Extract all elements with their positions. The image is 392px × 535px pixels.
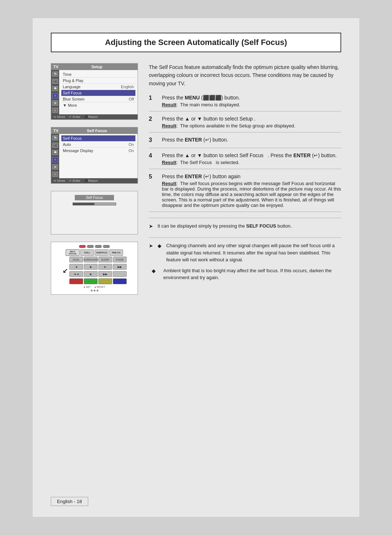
menu-item-time: Time bbox=[61, 72, 135, 78]
remote-p3-btn[interactable]: ▶▶ bbox=[98, 271, 112, 277]
tv2-icon-more: ≡ bbox=[52, 172, 58, 177]
remote-top-row bbox=[79, 245, 110, 248]
step-2-result-text: The options available in the Setup group… bbox=[180, 123, 295, 128]
step-2-main: Press the ▲ or ▼ button to select Setup … bbox=[162, 116, 341, 122]
tv-label-2: TV bbox=[53, 128, 58, 133]
remote-btn-gray-3[interactable] bbox=[103, 245, 110, 248]
remote-d1-btn[interactable]: ◄ bbox=[69, 264, 83, 270]
step-4-result-label: Result bbox=[162, 160, 176, 165]
step-4-main: Press the ▲ or ▼ button to select Self F… bbox=[162, 152, 341, 158]
self-focus-progress-bar bbox=[73, 203, 116, 205]
note-text-1: It can be displayed simply by pressing t… bbox=[158, 222, 292, 230]
menu-name-1: Setup bbox=[58, 65, 135, 69]
remote-color-r[interactable] bbox=[69, 278, 83, 284]
remote-d4-btn[interactable]: ▶▶ bbox=[113, 264, 127, 270]
step-list: 1 Press the MENU (⬛⬛⬛) button. Result: T… bbox=[149, 95, 341, 212]
step-3-number: 3 bbox=[149, 137, 156, 144]
step-2: 2 Press the ▲ or ▼ button to select Setu… bbox=[149, 116, 341, 132]
step-3-content: Press the ENTER (↵) button. bbox=[162, 137, 341, 144]
remote-prech-btn[interactable]: PRE-CH bbox=[109, 249, 123, 256]
tv-icon-lang: 💬 bbox=[52, 86, 58, 91]
remote-d2-btn[interactable]: ■ bbox=[84, 264, 98, 270]
step-5-result-label: Result bbox=[162, 181, 176, 186]
step-2-content: Press the ▲ or ▼ button to select Setup … bbox=[162, 116, 341, 128]
bullet-notes: ➤ ◆ Changing channels and any other sign… bbox=[149, 237, 341, 281]
tv-menu-box-2: TV Self Focus 📡 🔌 💬 ⊙ ▦ ≡ Self Focus bbox=[51, 127, 138, 184]
tv2-icon-lang: 💬 bbox=[52, 150, 58, 155]
remote-still-btn[interactable]: STILL bbox=[80, 249, 94, 256]
step-2-number: 2 bbox=[149, 116, 156, 128]
tv-menu-box-1: TV Setup 📡 🔌 💬 ⊙ ▦ ≡ Time bbox=[51, 63, 138, 120]
step-3-main: Press the ENTER (↵) button. bbox=[162, 137, 341, 143]
page: Adjusting the Screen Automatically (Self… bbox=[33, 18, 359, 517]
menu-item-plug-label: Plug & Play bbox=[63, 78, 83, 83]
remote-p4-btn[interactable] bbox=[113, 271, 127, 277]
menu-item-plug: Plug & Play bbox=[61, 78, 135, 84]
menu2-auto-label: Auto bbox=[63, 142, 71, 147]
step-1-main: Press the MENU (⬛⬛⬛) button. bbox=[162, 95, 341, 101]
remote-subtitle-btn[interactable]: SUBTITLE bbox=[95, 249, 109, 256]
menu2-item-auto: Auto On bbox=[61, 142, 135, 148]
menu-name-2: Self Focus bbox=[58, 128, 135, 133]
note-text-2: Changing channels and any other signal c… bbox=[166, 242, 341, 264]
remote-d3-btn[interactable]: ► bbox=[98, 264, 112, 270]
footer-move-2: ⇔ Move bbox=[53, 179, 65, 183]
menu2-item-self-focus: Self Focus bbox=[61, 135, 135, 142]
remote-sleep-btn[interactable]: SLEEP bbox=[98, 257, 112, 262]
step-1: 1 Press the MENU (⬛⬛⬛) button. Result: T… bbox=[149, 95, 341, 111]
remote-nav-row-3: ◄◄ ■ ▶▶ bbox=[69, 271, 127, 277]
remote-dots bbox=[91, 290, 98, 291]
step-5-result: Result: The self focus process begins wi… bbox=[162, 181, 341, 208]
remote-btn-red[interactable] bbox=[79, 245, 86, 248]
step-4-number: 4 bbox=[149, 152, 156, 165]
remote-psize-btn[interactable]: P.SIZE bbox=[113, 257, 127, 262]
remote-arrow-area: ↙ DUAL SURROUND SLEEP P.SIZE ◄ ■ ► ▶▶ bbox=[62, 257, 127, 285]
menu-item-lang: Language English bbox=[61, 84, 135, 90]
remote-self-focus-btn[interactable]: SELF FOCUS bbox=[66, 249, 79, 256]
content-area: TV Setup 📡 🔌 💬 ⊙ ▦ ≡ Time bbox=[51, 63, 341, 295]
menu-item-lang-label: Language bbox=[63, 85, 81, 89]
menu2-message-value: On bbox=[128, 148, 134, 153]
step-1-content: Press the MENU (⬛⬛⬛) button. Result: The… bbox=[162, 95, 341, 107]
tv-menu-titlebar-1: TV Setup bbox=[51, 64, 138, 70]
remote-p2-btn[interactable]: ■ bbox=[84, 271, 98, 277]
remote-dual-btn[interactable]: DUAL bbox=[69, 257, 83, 262]
remote-color-y[interactable] bbox=[98, 278, 112, 284]
step-1-number: 1 bbox=[149, 95, 156, 107]
remote-nav-row-1: DUAL SURROUND SLEEP P.SIZE bbox=[69, 257, 127, 262]
left-column: TV Setup 📡 🔌 💬 ⊙ ▦ ≡ Time bbox=[51, 63, 138, 295]
tv2-icon-focus: ⊙ bbox=[52, 157, 58, 162]
note-diamond-1: ◆ bbox=[158, 242, 163, 264]
remote-nav-group: DUAL SURROUND SLEEP P.SIZE ◄ ■ ► ▶▶ bbox=[69, 257, 127, 285]
step-5-number: 5 bbox=[149, 173, 156, 208]
menu-item-self-focus-label: Self Focus bbox=[63, 91, 82, 95]
remote-p1-btn[interactable]: ◄◄ bbox=[69, 271, 83, 277]
remote-set-row: ● SET ● RESET bbox=[83, 286, 105, 288]
remote-color-g[interactable] bbox=[84, 278, 98, 284]
self-focus-progress-box: Self Focus bbox=[51, 191, 138, 234]
menu-item-more-label: ▼ More bbox=[63, 103, 77, 107]
remote-btn-gray-2[interactable] bbox=[95, 245, 102, 248]
step-1-result-text: The main menu is displayed. bbox=[180, 102, 240, 107]
step-5: 5 Press the ENTER (↵) button again Resul… bbox=[149, 173, 341, 212]
note-text-3: Ambient light that is too bright may aff… bbox=[163, 267, 341, 281]
tv-menu-items-1: Time Plug & Play Language English Self F… bbox=[59, 70, 138, 114]
remote-dot-3 bbox=[97, 290, 98, 291]
remote-btn-gray-1[interactable] bbox=[87, 245, 94, 248]
step-4: 4 Press the ▲ or ▼ button to select Self… bbox=[149, 152, 341, 169]
remote-surround-btn[interactable]: SURROUND bbox=[84, 257, 98, 262]
menu-item-more: ▼ More bbox=[61, 102, 135, 108]
remote-control: SELF FOCUS STILL SUBTITLE PRE-CH ↙ bbox=[51, 242, 138, 295]
note-diamond-2: ◆ bbox=[149, 267, 160, 281]
tv-menu-body-2: 📡 🔌 💬 ⊙ ▦ ≡ Self Focus Auto On bbox=[51, 134, 138, 178]
tv-icon-antenna: 📡 bbox=[52, 72, 58, 77]
remote-color-b[interactable] bbox=[113, 278, 127, 284]
step-1-result: Result: The main menu is displayed. bbox=[162, 102, 341, 107]
remote-set-label: ● SET bbox=[83, 286, 91, 288]
remote-dot-2 bbox=[94, 290, 95, 291]
tv-icon-focus: ⊙ bbox=[52, 93, 58, 98]
tv2-icon-antenna: 📡 bbox=[52, 135, 58, 140]
footer-move-1: ⇔ Move bbox=[53, 115, 65, 119]
note-section: ➤ It can be displayed simply by pressing… bbox=[149, 218, 341, 230]
tv-icon-plug: 🔌 bbox=[52, 79, 58, 84]
